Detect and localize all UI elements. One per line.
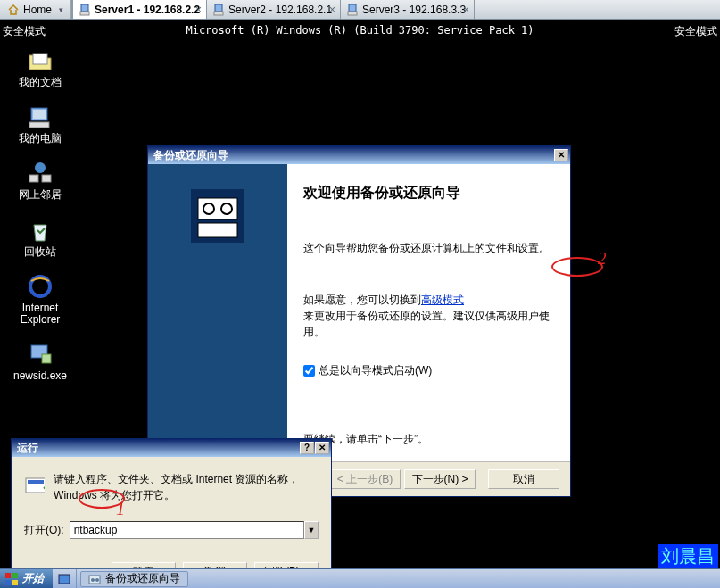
tab-home[interactable]: Home ▾ xyxy=(0,0,71,19)
cancel-button[interactable]: 取消 xyxy=(488,469,559,489)
svg-rect-0 xyxy=(81,4,88,12)
icon-label: 我的文档 xyxy=(19,77,62,88)
wizard-titlebar[interactable]: 备份或还原向导 ✕ xyxy=(148,146,570,164)
recycle-icon xyxy=(26,216,54,244)
close-icon[interactable]: × xyxy=(195,4,202,16)
run-description: 请键入程序、文件夹、文档或 Internet 资源的名称，Windows 将为您… xyxy=(54,471,319,503)
tab-server2[interactable]: Server2 - 192.168.2.1 × xyxy=(207,0,341,19)
ie-icon xyxy=(26,272,54,301)
help-button[interactable]: ? xyxy=(300,442,314,454)
svg-rect-15 xyxy=(42,354,51,363)
open-label: 打开(O): xyxy=(24,523,64,538)
taskbar: 开始 备份或还原向导 xyxy=(0,568,720,588)
safe-mode-watermark: 安全模式 xyxy=(674,24,717,39)
home-icon xyxy=(7,4,20,16)
windows-build-line: Microsoft (R) Windows (R) (Build 3790: S… xyxy=(186,24,534,37)
tab-label: Server1 - 192.168.2.2 xyxy=(95,4,200,16)
close-button[interactable]: ✕ xyxy=(315,442,329,454)
svg-rect-8 xyxy=(33,110,46,119)
tab-label: Server3 - 192.168.3.3 xyxy=(362,4,466,16)
desktop-icons: 我的文档 我的电脑 网上邻居 回收站 Internet Explorer new… xyxy=(9,46,71,382)
taskbar-button-label: 备份或还原向导 xyxy=(105,571,180,586)
always-wizard-checkbox[interactable] xyxy=(303,365,315,377)
svg-rect-27 xyxy=(59,575,70,584)
wizard-paragraph2: 如果愿意，您可以切换到高级模式来更改用于备份或还原的设置。建议仅供高级用户使用。 xyxy=(303,292,554,340)
wizard-checkbox-label[interactable]: 总是以向导模式启动(W) xyxy=(303,364,432,377)
windows-logo-icon xyxy=(4,572,19,586)
icon-network[interactable]: 网上邻居 xyxy=(9,159,71,201)
computer-icon xyxy=(26,103,54,131)
browser-tab-bar: Home ▾ Server1 - 192.168.2.2 × Server2 -… xyxy=(0,0,720,20)
run-dialog: 运行 ? ✕ 请键入程序、文件夹、文档或 Internet 资源的名称，Wind… xyxy=(11,438,332,587)
svg-rect-9 xyxy=(29,122,49,128)
icon-newsid[interactable]: newsid.exe xyxy=(9,340,71,382)
svg-rect-6 xyxy=(33,54,47,64)
server-icon xyxy=(212,4,225,16)
dropdown-icon[interactable]: ▾ xyxy=(59,5,63,14)
wizard-heading: 欢迎使用备份或还原向导 xyxy=(303,184,554,203)
backup-icon xyxy=(88,573,101,585)
tab-label: Server2 - 192.168.2.1 xyxy=(228,4,332,16)
start-button[interactable]: 开始 xyxy=(0,569,53,588)
taskbar-button-wizard[interactable]: 备份或还原向导 xyxy=(80,571,188,587)
svg-rect-20 xyxy=(198,223,237,237)
tab-server3[interactable]: Server3 - 192.168.3.3 × xyxy=(341,0,475,19)
author-watermark: 刘晨昌 xyxy=(658,544,718,568)
svg-rect-26 xyxy=(12,580,18,585)
wizard-title-text: 备份或还原向导 xyxy=(153,148,228,163)
show-desktop-icon[interactable] xyxy=(56,573,72,585)
icon-recycle[interactable]: 回收站 xyxy=(9,216,71,258)
run-title-text: 运行 xyxy=(17,441,38,456)
wizard-continue-text: 要继续，请单击“下一步”。 xyxy=(303,432,554,447)
svg-point-10 xyxy=(35,162,46,173)
svg-rect-22 xyxy=(28,480,44,484)
svg-rect-3 xyxy=(214,12,223,15)
dropdown-button[interactable]: ▼ xyxy=(304,521,319,539)
tab-home-label: Home xyxy=(23,4,52,16)
icon-label: newsid.exe xyxy=(13,370,67,382)
run-titlebar[interactable]: 运行 ? ✕ xyxy=(12,439,331,457)
close-icon[interactable]: × xyxy=(463,4,469,16)
wizard-paragraph1: 这个向导帮助您备份或还原计算机上的文件和设置。 xyxy=(303,240,554,256)
quick-launch xyxy=(53,569,77,588)
svg-rect-4 xyxy=(349,4,356,12)
svg-rect-1 xyxy=(80,12,89,15)
svg-rect-11 xyxy=(29,175,38,182)
desktop: 安全模式 安全模式 安全模式 Microsoft (R) Windows (R)… xyxy=(0,20,720,568)
icon-mycomputer[interactable]: 我的电脑 xyxy=(9,103,71,145)
close-button[interactable]: ✕ xyxy=(554,149,568,161)
advanced-mode-link[interactable]: 高级模式 xyxy=(421,294,464,306)
svg-rect-23 xyxy=(5,573,11,578)
network-icon xyxy=(26,159,54,187)
icon-ie[interactable]: Internet Explorer xyxy=(9,272,71,326)
svg-rect-2 xyxy=(215,4,222,12)
run-input[interactable] xyxy=(70,521,304,539)
exe-icon xyxy=(26,340,54,369)
svg-point-29 xyxy=(91,578,95,582)
server-icon xyxy=(346,4,359,16)
backup-tape-icon xyxy=(186,184,250,248)
icon-label: Internet Explorer xyxy=(21,302,61,326)
icon-label: 回收站 xyxy=(24,246,56,258)
icon-label: 我的电脑 xyxy=(19,133,62,145)
icon-label: 网上邻居 xyxy=(19,189,62,201)
svg-rect-5 xyxy=(348,12,357,15)
start-label: 开始 xyxy=(22,571,44,586)
svg-rect-25 xyxy=(5,580,11,585)
tab-server1[interactable]: Server1 - 192.168.2.2 × xyxy=(73,0,207,19)
run-icon xyxy=(24,471,45,500)
server-icon xyxy=(79,4,91,16)
next-button[interactable]: 下一步(N) > xyxy=(404,469,476,489)
svg-rect-12 xyxy=(42,175,51,182)
icon-mydocs[interactable]: 我的文档 xyxy=(9,46,71,88)
svg-point-30 xyxy=(95,578,99,582)
close-icon[interactable]: × xyxy=(329,4,335,16)
folder-icon xyxy=(26,46,54,75)
svg-rect-24 xyxy=(12,573,18,578)
safe-mode-watermark: 安全模式 xyxy=(3,24,46,39)
back-button: < 上一步(B) xyxy=(329,469,401,489)
wizard-sidebar xyxy=(148,164,287,461)
